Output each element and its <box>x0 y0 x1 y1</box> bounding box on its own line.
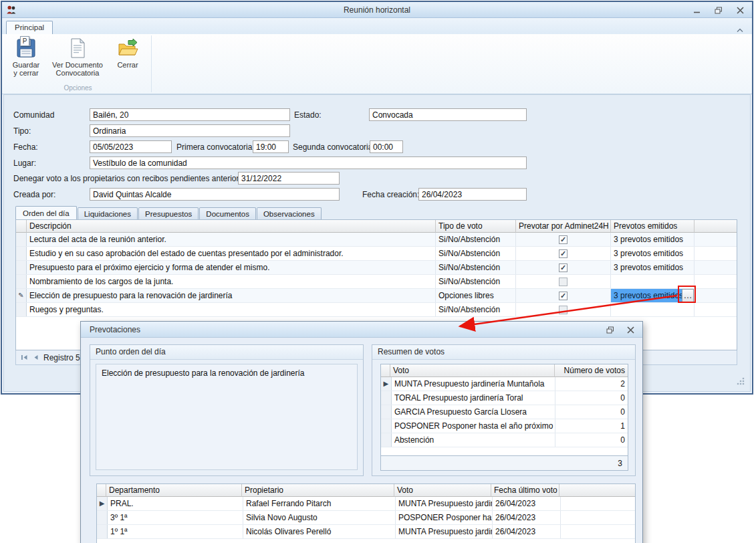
column-header-tipo-de-voto[interactable]: Tipo de voto <box>436 220 516 233</box>
row-arrow-icon: ▶ <box>97 497 108 510</box>
departamento-cell: PRAL. <box>108 497 243 510</box>
prevotar-cell: ✓ <box>516 247 611 260</box>
chevron-up-icon <box>736 28 744 33</box>
grid-header-row: Voto Número de votos <box>381 364 628 377</box>
ver-documento-convocatoria-button[interactable]: Ver Documento Convocatoria <box>45 35 110 82</box>
prevotar-checkbox[interactable]: ✓ <box>559 263 568 272</box>
row-indicator <box>381 433 392 447</box>
descripcion-cell: Ruegos y preguntas. <box>27 303 436 316</box>
lugar-field[interactable]: Vestíbulo de la comunidad <box>90 156 527 169</box>
prevotar-cell <box>516 303 611 316</box>
column-header-filler <box>695 220 737 233</box>
punto-text: Elección de presupuesto para la renovaci… <box>96 364 358 470</box>
column-header-departamento[interactable]: Departamento <box>106 484 242 497</box>
dialog-maximize-button[interactable] <box>605 325 616 334</box>
row-indicator <box>381 391 392 405</box>
table-row[interactable]: 1º 1ª Nicolás Olivares Perelló MUNTA Pre… <box>97 525 635 539</box>
tipo-field[interactable]: Ordinaria <box>90 124 290 137</box>
table-row[interactable]: POSPONER Posponer hasta el año próximo 1 <box>381 419 628 433</box>
votes-total-footer: 3 <box>381 455 628 470</box>
fecha-cell: 26/04/2023 <box>493 511 561 524</box>
table-row[interactable]: ▶ PRAL. Rafael Ferrando Pitarch MUNTA Pr… <box>97 497 635 511</box>
column-header-propietario[interactable]: Propietario <box>242 484 394 497</box>
voto-cell: POSPONER Posponer hasta el año próximo <box>392 419 555 433</box>
tab-liquidaciones[interactable]: Liquidaciones <box>78 207 138 220</box>
table-row-selected[interactable]: ✎ Elección de presupuesto para la renova… <box>16 289 737 303</box>
descripcion-cell: Lectura del acta de la reunión anterior. <box>27 233 436 246</box>
prevotar-checkbox[interactable]: ✓ <box>559 249 568 258</box>
cerrar-button[interactable]: Cerrar <box>110 35 146 82</box>
segunda-convocatoria-field[interactable]: 00:00 <box>370 140 403 153</box>
table-row[interactable]: Nombramiento de los cargos de la junta. … <box>16 275 737 289</box>
previous-record-button[interactable] <box>33 354 39 360</box>
prevotos-cell: 3 prevotos emitidos <box>611 261 695 274</box>
first-record-button[interactable] <box>21 354 28 360</box>
tipo-voto-cell: Si/No/Abstención <box>436 233 516 246</box>
numero-cell: 1 <box>555 419 628 433</box>
tab-presupuestos[interactable]: Presupuestos <box>138 207 199 220</box>
label-primera-convocatoria: Primera convocatoria: <box>176 142 255 152</box>
tipo-voto-cell: Si/No/Abstención <box>436 261 516 274</box>
column-header-voto[interactable]: Voto <box>394 484 491 497</box>
prevotos-cell-selected[interactable]: 3 prevotos emitidos <box>611 289 682 302</box>
voto-cell: MUNTA Presupuesto jardin... <box>396 497 493 510</box>
table-row[interactable]: Presupuesto para el próximo ejercicio y … <box>16 261 737 275</box>
prevotar-cell: ✓ <box>516 233 611 246</box>
departamento-cell: 1º 1ª <box>108 525 243 538</box>
prevotos-cell: 3 prevotos emitidos <box>611 247 695 260</box>
dialog-close-button[interactable] <box>625 325 636 334</box>
label-segunda-convocatoria: Segunda convocatoria: <box>293 142 375 152</box>
numero-cell: 0 <box>555 433 628 447</box>
column-header-numero-votos[interactable]: Número de votos <box>555 364 628 377</box>
numero-cell: 0 <box>555 405 628 419</box>
tab-documentos[interactable]: Documentos <box>199 207 256 220</box>
propietario-cell: Nicolás Olivares Perelló <box>243 525 396 538</box>
label-fecha: Fecha: <box>13 142 38 152</box>
denegar-voto-field[interactable]: 31/12/2022 <box>238 172 340 185</box>
row-indicator-header <box>16 220 27 233</box>
table-row[interactable]: TORAL Presupuesto jardinería Toral 0 <box>381 391 628 405</box>
table-row[interactable]: Estudio y en su caso aprobación del esta… <box>16 247 737 261</box>
minimize-button[interactable] <box>692 5 703 15</box>
tab-orden-del-dia[interactable]: Orden del día <box>15 206 77 220</box>
prevotos-cell <box>611 303 695 316</box>
prevotar-cell: ✓ <box>516 289 611 302</box>
tipo-voto-cell: Si/No/Abstención <box>436 247 516 260</box>
primera-convocatoria-field[interactable]: 19:00 <box>253 140 289 153</box>
column-header-descripcion[interactable]: Descripción <box>27 220 436 233</box>
prevotar-checkbox[interactable]: ✓ <box>559 235 568 244</box>
table-row[interactable]: ▶ MUNTA Presupuesto jardinería Muntañola… <box>381 377 628 391</box>
column-header-fecha-ultimo-voto[interactable]: Fecha último voto <box>491 484 559 497</box>
close-button[interactable] <box>735 5 745 15</box>
descripcion-cell: Nombramiento de los cargos de la junta. <box>27 275 436 288</box>
table-row[interactable]: GARCIA Presupuesto García Llosera 0 <box>381 405 628 419</box>
column-header-prevotar[interactable]: Prevotar por Adminet24H <box>516 220 611 233</box>
table-row[interactable]: Ruegos y preguntas. Si/No/Abstención <box>16 303 737 317</box>
filler-cell <box>695 303 737 316</box>
restore-button[interactable] <box>713 5 724 15</box>
prevotar-checkbox[interactable]: ✓ <box>559 292 568 300</box>
table-row[interactable]: Abstención 0 <box>381 433 628 447</box>
tab-observaciones[interactable]: Observaciones <box>257 207 322 220</box>
prevotar-checkbox[interactable] <box>559 306 568 314</box>
column-header-prevotos[interactable]: Prevotos emitidos <box>611 220 695 233</box>
ellipsis-button[interactable]: … <box>682 289 694 302</box>
label-estado: Estado: <box>294 110 322 120</box>
resize-grip[interactable] <box>735 376 745 389</box>
tipo-voto-cell: Si/No/Abstención <box>436 303 516 316</box>
tab-principal[interactable]: Principal <box>6 21 53 34</box>
table-row[interactable]: 3º 1ª Silvia Novo Augusto POSPONER Pospo… <box>97 511 635 525</box>
estado-field[interactable]: Convocada <box>369 108 527 121</box>
row-indicator <box>16 261 27 274</box>
column-header-voto[interactable]: Voto <box>390 364 555 377</box>
fecha-field[interactable]: 05/05/2023 <box>90 140 172 153</box>
table-row[interactable]: Lectura del acta de la reunión anterior.… <box>16 233 737 247</box>
comunidad-field[interactable]: Bailén, 20 <box>90 108 290 121</box>
creada-por-field[interactable]: David Quintas Alcalde <box>90 188 340 201</box>
button-label: Cerrar <box>117 61 138 69</box>
fecha-creacion-field[interactable]: 26/04/2023 <box>418 188 527 201</box>
filler-cell <box>561 511 635 524</box>
propietario-cell: Silvia Novo Augusto <box>243 511 396 524</box>
prevotar-checkbox[interactable] <box>559 278 568 286</box>
descripcion-cell: Presupuesto para el próximo ejercicio y … <box>27 261 436 274</box>
